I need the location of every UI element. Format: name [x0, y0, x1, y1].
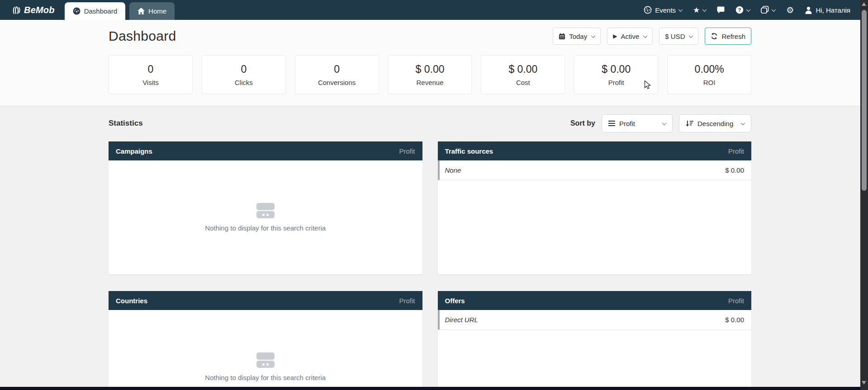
panel-title: Traffic sources: [445, 147, 493, 155]
sort-direction-dropdown[interactable]: Descending: [679, 114, 751, 132]
status-filter-button[interactable]: ▶ Active: [607, 28, 653, 45]
chat-button[interactable]: [717, 6, 725, 14]
refresh-icon: [711, 33, 718, 40]
settings-button[interactable]: ⚙: [786, 6, 794, 14]
events-gauge-icon: [644, 6, 652, 14]
panel-title: Campaigns: [116, 147, 152, 155]
stat-card-revenue: $ 0.00 Revenue: [388, 55, 472, 94]
panel-title: Countries: [116, 297, 147, 305]
dashboard-top-section: Dashboard Today ▶ Active $ USD: [0, 20, 868, 106]
row-value: $ 0.00: [725, 166, 744, 174]
header-buttons: Today ▶ Active $ USD Refresh: [553, 28, 751, 45]
table-row[interactable]: Direct URL $ 0.00: [438, 310, 752, 330]
stat-card-profit: $ 0.00 Profit: [574, 55, 658, 94]
statistics-title: Statistics: [109, 119, 143, 128]
stat-card-visits: 0 Visits: [109, 55, 193, 94]
stat-label: Clicks: [235, 79, 253, 86]
user-menu[interactable]: Hi, Наталія: [805, 6, 850, 14]
brand-name: BeMob: [24, 5, 55, 15]
tab-dashboard-label: Dashboard: [84, 7, 117, 15]
panel-offers: Offers Profit Direct URL $ 0.00: [438, 291, 752, 390]
row-value: $ 0.00: [725, 316, 744, 324]
bemob-logo[interactable]: BeMob: [11, 0, 55, 20]
panels-grid: Campaigns Profit Nothing to display for …: [109, 141, 751, 390]
sort-controls: Sort by Profit Descending: [570, 114, 751, 132]
help-icon: ?: [735, 6, 744, 14]
user-icon: [805, 6, 812, 14]
refresh-label: Refresh: [721, 33, 745, 40]
sort-field-dropdown[interactable]: Profit: [602, 114, 673, 132]
scrollbar-thumb[interactable]: [862, 10, 867, 191]
stat-label: Conversions: [318, 79, 356, 86]
pages-icon: [761, 6, 769, 14]
stat-value: $ 0.00: [508, 63, 537, 75]
chevron-down-icon: [689, 33, 693, 38]
stat-card-clicks: 0 Clicks: [202, 55, 286, 94]
date-range-label: Today: [569, 33, 587, 40]
scroll-up-arrow[interactable]: [862, 2, 866, 6]
home-icon: [138, 8, 145, 14]
row-name: Direct URL: [445, 316, 478, 324]
currency-label: $ USD: [665, 33, 685, 40]
stat-label: Revenue: [416, 79, 443, 86]
refresh-button[interactable]: Refresh: [705, 28, 751, 45]
events-menu[interactable]: Events: [644, 6, 682, 14]
status-filter-label: Active: [621, 33, 639, 40]
chevron-down-icon: [702, 7, 707, 12]
panel-metric: Profit: [399, 147, 415, 155]
chevron-down-icon: [741, 121, 745, 125]
chat-icon: [717, 6, 725, 14]
empty-state: Nothing to display for this search crite…: [109, 160, 422, 274]
chevron-down-icon: [662, 121, 667, 125]
panel-countries: Countries Profit Nothing to display for …: [109, 291, 422, 390]
table-row[interactable]: None $ 0.00: [438, 160, 752, 180]
stat-label: Visits: [142, 79, 159, 86]
stat-label: Profit: [608, 79, 624, 86]
stat-value: 0: [334, 63, 340, 75]
chevron-down-icon: [591, 33, 596, 38]
database-icon: [256, 203, 275, 218]
gauge-icon: [73, 7, 81, 15]
date-range-button[interactable]: Today: [553, 28, 601, 45]
svg-text:?: ?: [738, 7, 741, 13]
stat-value: 0.00%: [694, 63, 724, 75]
sort-by-label: Sort by: [570, 119, 595, 127]
stat-card-conversions: 0 Conversions: [295, 55, 379, 94]
tab-dashboard[interactable]: Dashboard: [65, 2, 125, 20]
stat-label: ROI: [703, 79, 716, 86]
star-icon: ★: [693, 6, 700, 14]
stat-value: 0: [241, 63, 247, 75]
pages-menu[interactable]: [761, 6, 775, 14]
row-name: None: [445, 166, 461, 174]
sort-field-value: Profit: [619, 120, 635, 127]
events-label: Events: [655, 6, 676, 14]
calendar-icon: [559, 33, 565, 40]
page-scrollbar[interactable]: [860, 0, 868, 390]
scroll-down-arrow[interactable]: [862, 381, 866, 385]
panel-metric: Profit: [728, 297, 744, 305]
database-icon: [256, 352, 275, 368]
play-icon: ▶: [613, 33, 617, 39]
currency-button[interactable]: $ USD: [659, 28, 698, 45]
list-icon: [608, 121, 615, 126]
favorites-menu[interactable]: ★: [693, 6, 706, 14]
statistics-section: Statistics Sort by Profit: [0, 106, 868, 390]
empty-state: Nothing to display for this search crite…: [109, 310, 422, 390]
navbar-right-cluster: Events ★ ? ⚙: [644, 0, 850, 20]
help-menu[interactable]: ?: [735, 6, 750, 14]
panel-metric: Profit: [399, 297, 415, 305]
bemob-logo-icon: [11, 5, 21, 15]
tab-home[interactable]: Home: [129, 2, 175, 20]
stat-cards-row: 0 Visits 0 Clicks 0 Conversions $ 0.00 R…: [109, 55, 751, 94]
gear-icon: ⚙: [786, 6, 794, 14]
chevron-down-icon: [746, 7, 751, 12]
tab-home-label: Home: [148, 7, 166, 15]
stat-value: $ 0.00: [602, 63, 631, 75]
stat-card-cost: $ 0.00 Cost: [481, 55, 565, 94]
stat-label: Cost: [516, 79, 530, 86]
stat-card-roi: 0.00% ROI: [667, 55, 751, 94]
stat-value: 0: [148, 63, 154, 75]
empty-state-text: Nothing to display for this search crite…: [205, 224, 326, 232]
chevron-down-icon: [678, 7, 683, 12]
top-navbar: BeMob Dashboard Home Events ★: [0, 0, 868, 20]
